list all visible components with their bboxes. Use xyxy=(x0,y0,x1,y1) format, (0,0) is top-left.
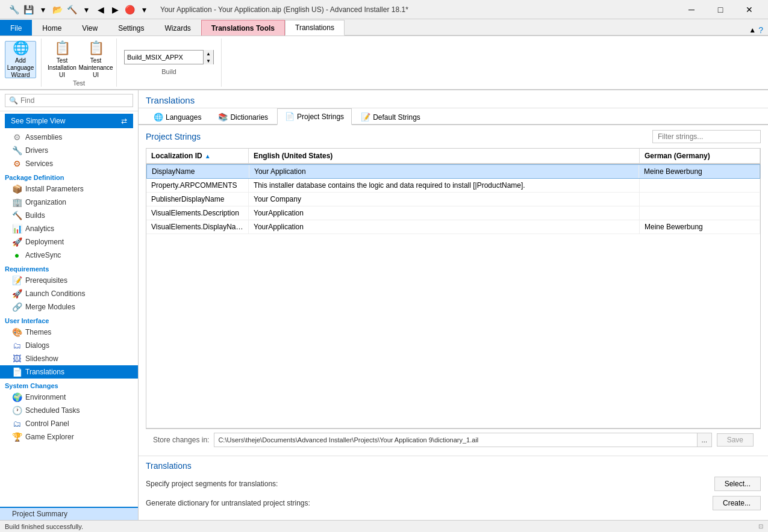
store-path-wrapper: … xyxy=(214,433,711,447)
cell-en-3: Your Company xyxy=(249,193,640,206)
more-icon[interactable]: ▾ xyxy=(137,3,151,16)
save-button[interactable]: Save xyxy=(717,433,754,447)
section-package-definition: Package Definition xyxy=(0,170,138,182)
build-input[interactable] xyxy=(125,54,203,61)
select-button[interactable]: Select... xyxy=(714,477,761,491)
sidebar-item-game-explorer[interactable]: 🏆 Game Explorer xyxy=(0,430,138,444)
tab-translations-tools[interactable]: Translations Tools xyxy=(201,20,285,36)
sidebar-item-launch-conditions[interactable]: 🚀 Launch Conditions xyxy=(0,287,138,300)
nav-forward-icon[interactable]: ▶ xyxy=(108,3,122,16)
sidebar-label-deployment: Deployment xyxy=(25,238,64,246)
build-dropdown[interactable]: ▲ ▼ xyxy=(124,50,214,64)
close-button[interactable]: ✕ xyxy=(735,0,763,19)
control-panel-icon: 🗂 xyxy=(12,419,22,428)
sidebar-item-environment[interactable]: 🌍 Environment xyxy=(0,391,138,404)
tab-home[interactable]: Home xyxy=(32,20,72,36)
tab-settings[interactable]: Settings xyxy=(108,20,154,36)
builds-icon: 🔨 xyxy=(12,211,22,220)
table-row[interactable]: Property.ARPCOMMENTS This installer data… xyxy=(146,179,760,193)
build-icon[interactable]: 🔨 xyxy=(65,3,78,16)
help-icon[interactable]: ? xyxy=(758,25,763,35)
sidebar-item-services[interactable]: ⚙ Services xyxy=(0,157,138,170)
table-empty-area xyxy=(146,234,760,428)
sidebar-item-scheduled-tasks[interactable]: 🕐 Scheduled Tasks xyxy=(0,404,138,417)
sidebar-item-assemblies[interactable]: ⚙ Assemblies xyxy=(0,131,138,144)
header-german: German (Germany) xyxy=(640,149,760,163)
table-row[interactable]: PublisherDisplayName Your Company xyxy=(146,193,760,206)
table-row[interactable]: VisualElements.Description YourApplicati… xyxy=(146,206,760,220)
save-icon[interactable]: 💾 xyxy=(22,3,35,16)
tab-languages[interactable]: 🌐 Languages xyxy=(146,108,209,125)
translations-section-title: Translations xyxy=(146,461,761,471)
table-row[interactable]: VisualElements.DisplayName YourApplicati… xyxy=(146,220,760,234)
tab-wizards[interactable]: Wizards xyxy=(155,20,201,36)
sidebar-item-install-params[interactable]: 📦 Install Parameters xyxy=(0,182,138,196)
sidebar-item-slideshow[interactable]: 🖼 Slideshow xyxy=(0,352,138,365)
build-dropdown-icon[interactable]: ▾ xyxy=(80,3,93,16)
minimize-button[interactable]: ─ xyxy=(678,0,705,19)
sidebar-item-builds[interactable]: 🔨 Builds xyxy=(0,209,138,222)
sidebar-item-prerequisites[interactable]: 📝 Prerequisites xyxy=(0,274,138,287)
build-arrow-up[interactable]: ▲ xyxy=(204,50,213,57)
nav-back-icon[interactable]: ◀ xyxy=(94,3,107,16)
cell-de-3 xyxy=(640,193,760,206)
save-dropdown-icon[interactable]: ▾ xyxy=(36,3,49,16)
sidebar-item-translations[interactable]: 📄 Translations xyxy=(0,365,138,379)
cell-id-1: DisplayName xyxy=(147,165,249,178)
store-label: Store changes in: xyxy=(153,436,209,444)
project-strings-area: Project Strings Localization ID ▲ Englis… xyxy=(139,125,768,456)
content-area: Translations 🌐 Languages 📚 Dictionaries … xyxy=(139,90,768,520)
tab-file[interactable]: File xyxy=(0,20,32,36)
error-icon[interactable]: 🔴 xyxy=(123,3,136,16)
tab-project-strings[interactable]: 📄 Project Strings xyxy=(277,108,352,125)
table-row[interactable]: DisplayName Your Application Meine Bewer… xyxy=(146,164,760,179)
sidebar-item-dialogs[interactable]: 🗂 Dialogs xyxy=(0,339,138,352)
simple-view-button[interactable]: See Simple View ⇄ xyxy=(5,114,133,128)
tab-default-strings[interactable]: 📝 Default Strings xyxy=(353,108,428,125)
test-maintenance-ui-button[interactable]: 📋 Test Maintenance UI xyxy=(80,41,111,78)
slideshow-icon: 🖼 xyxy=(12,354,22,363)
sidebar-item-drivers[interactable]: 🔧 Drivers xyxy=(0,144,138,157)
test-maintenance-icon: 📋 xyxy=(88,40,104,56)
search-input[interactable] xyxy=(20,96,129,105)
sidebar-item-deployment[interactable]: 🚀 Deployment xyxy=(0,235,138,249)
sidebar-search-area: 🔍 xyxy=(0,90,138,111)
create-button[interactable]: Create... xyxy=(713,496,761,510)
sidebar-label-analytics: Analytics xyxy=(25,224,54,233)
test-installation-ui-button[interactable]: 📋 Test Installation UI xyxy=(46,41,78,78)
sidebar-item-themes[interactable]: 🎨 Themes xyxy=(0,326,138,339)
sidebar-item-project-summary[interactable]: Project Summary xyxy=(0,508,138,520)
generate-label: Generate dictionary for untranslated pro… xyxy=(146,499,310,507)
open-icon[interactable]: 📂 xyxy=(51,3,64,16)
sidebar-item-analytics[interactable]: 📊 Analytics xyxy=(0,222,138,235)
maximize-button[interactable]: □ xyxy=(707,0,734,19)
sidebar-item-activesync[interactable]: ● ActiveSync xyxy=(0,249,138,262)
build-arrow-down[interactable]: ▼ xyxy=(204,57,213,64)
tab-view[interactable]: View xyxy=(72,20,108,36)
section-user-interface: User Interface xyxy=(0,314,138,326)
collapse-ribbon-btn[interactable]: ▲ xyxy=(749,26,756,34)
add-language-group: 🌐 Add Language Wizard xyxy=(0,39,42,87)
sidebar-label-merge-modules: Merge Modules xyxy=(25,303,75,311)
sidebar-item-merge-modules[interactable]: 🔗 Merge Modules xyxy=(0,300,138,314)
cell-en-5: YourApplication xyxy=(249,220,640,234)
toolbar-icons: 🔧 💾 ▾ 📂 🔨 ▾ ◀ ▶ 🔴 ▾ xyxy=(5,3,153,16)
sidebar-item-organization[interactable]: 🏢 Organization xyxy=(0,196,138,209)
tab-dictionaries[interactable]: 📚 Dictionaries xyxy=(210,108,276,125)
app-icon: 🔧 xyxy=(7,3,20,16)
cell-id-2: Property.ARPCOMMENTS xyxy=(146,179,249,192)
organization-icon: 🏢 xyxy=(12,197,22,207)
translations-section: Translations Specify project segments fo… xyxy=(139,456,768,520)
store-path-browse-button[interactable]: … xyxy=(697,433,711,447)
filter-input[interactable] xyxy=(652,130,761,143)
sort-asc-icon: ▲ xyxy=(205,153,211,159)
sidebar-label-dialogs: Dialogs xyxy=(25,341,49,350)
store-path-input[interactable] xyxy=(214,435,696,445)
tab-translations[interactable]: Translations xyxy=(285,20,345,36)
status-icons: ⊡ xyxy=(758,523,763,530)
sidebar-item-control-panel[interactable]: 🗂 Control Panel xyxy=(0,417,138,430)
specify-label: Specify project segments for translation… xyxy=(146,480,278,488)
cell-en-4: YourApplication xyxy=(249,206,640,220)
translations-generate-row: Generate dictionary for untranslated pro… xyxy=(146,496,761,510)
add-language-wizard-button[interactable]: 🌐 Add Language Wizard xyxy=(5,41,36,78)
